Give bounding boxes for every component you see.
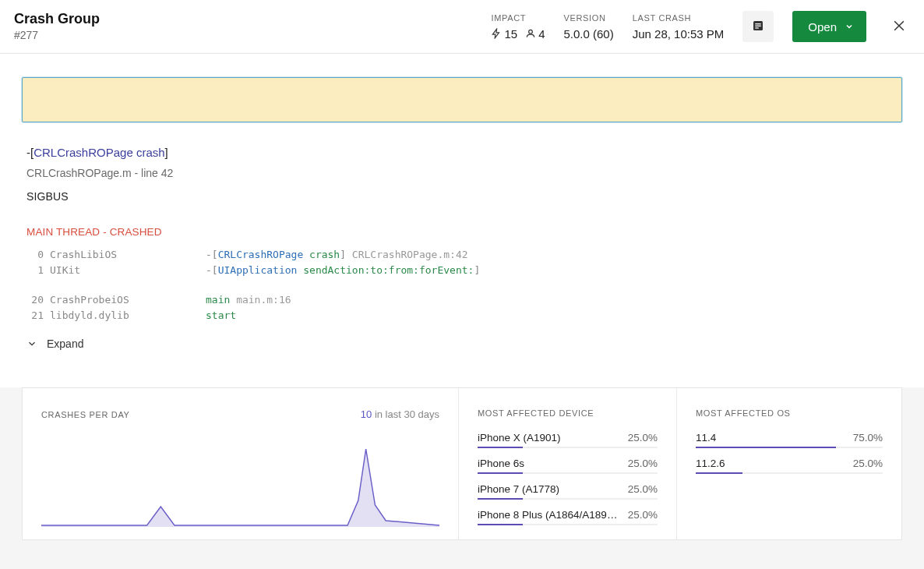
crashes-count: 10 bbox=[361, 408, 372, 420]
notes-icon bbox=[751, 19, 765, 35]
note-input[interactable] bbox=[22, 77, 902, 122]
close-icon bbox=[891, 18, 907, 36]
frame-library: CrashProbeiOS bbox=[50, 292, 206, 308]
os-bar-fill bbox=[696, 472, 742, 474]
symbol-class: CRLCrashROPage bbox=[34, 146, 133, 159]
frame-number: 1 bbox=[26, 263, 44, 278]
frame-code: -[CRLCrashROPage crash] CRLCrashROPage.m… bbox=[206, 247, 468, 263]
open-status-button[interactable]: Open bbox=[792, 11, 866, 42]
chevron-down-icon bbox=[26, 338, 37, 349]
os-pct: 75.0% bbox=[853, 432, 883, 444]
impact-value: 15 4 bbox=[491, 27, 545, 41]
frame-library: UIKit bbox=[50, 263, 206, 278]
crash-file-line: CRLCrashROPage.m - line 42 bbox=[26, 167, 902, 179]
chevron-down-icon bbox=[845, 20, 854, 34]
os-bar-track bbox=[696, 447, 883, 448]
crash-header: Crash Group #277 IMPACT 15 4 bbox=[0, 0, 924, 54]
header-left: Crash Group #277 bbox=[14, 11, 100, 41]
device-pct: 25.0% bbox=[628, 458, 658, 469]
device-name: iPhone 8 Plus (A1864/A1898/A… bbox=[478, 509, 618, 521]
frame-number: 21 bbox=[26, 308, 44, 323]
frame-code: main main.m:16 bbox=[206, 292, 291, 308]
header-right: IMPACT 15 4 VERSION 5.0.0 (60) bbox=[491, 11, 910, 42]
os-row: 11.2.625.0% bbox=[696, 458, 883, 474]
svg-rect-3 bbox=[756, 25, 762, 26]
device-bar-track bbox=[478, 498, 658, 500]
impact-label: IMPACT bbox=[491, 13, 545, 23]
device-bar-track bbox=[478, 472, 658, 474]
version-stat: VERSION 5.0.0 (60) bbox=[564, 13, 614, 41]
stack-frame: 20 CrashProbeiOS main main.m:16 bbox=[26, 292, 902, 308]
users-icon bbox=[525, 28, 536, 39]
device-bar-fill bbox=[478, 524, 523, 525]
stack-frames-top: 0 CrashLibiOS -[CRLCrashROPage crash] CR… bbox=[26, 247, 902, 323]
impact-reports: 15 bbox=[504, 27, 517, 41]
thread-heading: MAIN THREAD - CRASHED bbox=[26, 226, 902, 238]
frame-number: 0 bbox=[26, 247, 44, 263]
version-value: 5.0.0 (60) bbox=[564, 27, 614, 41]
expand-stack-button[interactable]: Expand bbox=[26, 338, 902, 350]
svg-rect-2 bbox=[756, 23, 762, 24]
frame-code: -[UIApplication sendAction:to:from:forEv… bbox=[206, 263, 480, 278]
device-name: iPhone 7 (A1778) bbox=[478, 483, 559, 495]
last-crash-stat: LAST CRASH Jun 28, 10:53 PM bbox=[633, 13, 725, 41]
os-bar-track bbox=[696, 472, 883, 474]
crash-summary: -[CRLCrashROPage crash] CRLCrashROPage.m… bbox=[26, 146, 902, 203]
os-bar-fill bbox=[696, 447, 836, 448]
device-row: iPhone 8 Plus (A1864/A1898/A…25.0% bbox=[478, 509, 658, 525]
notes-button[interactable] bbox=[742, 11, 774, 42]
device-row: iPhone 6s25.0% bbox=[478, 458, 658, 474]
main-content: -[CRLCrashROPage crash] CRLCrashROPage.m… bbox=[0, 54, 924, 366]
open-button-label: Open bbox=[808, 20, 837, 34]
page-title: Crash Group bbox=[14, 11, 100, 27]
device-row: iPhone 7 (A1778)25.0% bbox=[478, 483, 658, 500]
device-name: iPhone X (A1901) bbox=[478, 432, 561, 444]
impact-users: 4 bbox=[538, 27, 545, 41]
stats-panel: CRASHES PER DAY 10 in last 30 days MOST … bbox=[22, 387, 902, 540]
os-heading: MOST AFFECTED OS bbox=[696, 408, 883, 418]
os-name: 11.4 bbox=[696, 432, 716, 444]
device-bar-track bbox=[478, 524, 658, 525]
frame-number: 20 bbox=[26, 292, 44, 308]
device-name: iPhone 6s bbox=[478, 458, 524, 469]
os-pct: 25.0% bbox=[853, 458, 883, 469]
device-heading: MOST AFFECTED DEVICE bbox=[478, 408, 658, 418]
crash-signal: SIGBUS bbox=[26, 190, 902, 203]
crash-symbol: -[CRLCrashROPage crash] bbox=[26, 146, 902, 159]
stack-frame: 21 libdyld.dylib start bbox=[26, 308, 902, 323]
device-pct: 25.0% bbox=[628, 432, 658, 444]
crashes-heading: CRASHES PER DAY bbox=[41, 410, 130, 419]
crashes-tail: in last 30 days bbox=[372, 408, 439, 420]
frame-code: start bbox=[206, 308, 236, 323]
crash-group-id: #277 bbox=[14, 29, 100, 41]
stack-frame: 0 CrashLibiOS -[CRLCrashROPage crash] CR… bbox=[26, 247, 902, 263]
svg-point-0 bbox=[529, 30, 533, 34]
os-name: 11.2.6 bbox=[696, 458, 725, 469]
symbol-suffix: ] bbox=[165, 146, 168, 159]
symbol-prefix: -[ bbox=[26, 146, 34, 159]
crashes-sparkline bbox=[41, 443, 439, 527]
device-bar-track bbox=[478, 447, 658, 448]
expand-label: Expand bbox=[47, 338, 83, 350]
crashes-chart-section: CRASHES PER DAY 10 in last 30 days bbox=[23, 388, 459, 539]
lightning-icon bbox=[491, 28, 502, 39]
version-label: VERSION bbox=[564, 13, 614, 23]
frame-library: libdyld.dylib bbox=[50, 308, 206, 323]
device-bar-fill bbox=[478, 472, 523, 474]
device-bar-fill bbox=[478, 447, 523, 448]
last-crash-label: LAST CRASH bbox=[633, 13, 725, 23]
device-pct: 25.0% bbox=[628, 509, 658, 521]
impact-stat: IMPACT 15 4 bbox=[491, 13, 545, 41]
device-bar-fill bbox=[478, 498, 523, 500]
svg-rect-4 bbox=[756, 27, 760, 28]
frame-library: CrashLibiOS bbox=[50, 247, 206, 263]
close-button[interactable] bbox=[888, 16, 910, 37]
os-section: MOST AFFECTED OS 11.475.0%11.2.625.0% bbox=[677, 388, 901, 539]
device-section: MOST AFFECTED DEVICE iPhone X (A1901)25.… bbox=[459, 388, 677, 539]
device-row: iPhone X (A1901)25.0% bbox=[478, 432, 658, 448]
last-crash-value: Jun 28, 10:53 PM bbox=[633, 27, 725, 41]
device-pct: 25.0% bbox=[628, 483, 658, 495]
symbol-method: crash bbox=[136, 146, 165, 159]
stack-frame: 1 UIKit -[UIApplication sendAction:to:fr… bbox=[26, 263, 902, 278]
os-row: 11.475.0% bbox=[696, 432, 883, 448]
